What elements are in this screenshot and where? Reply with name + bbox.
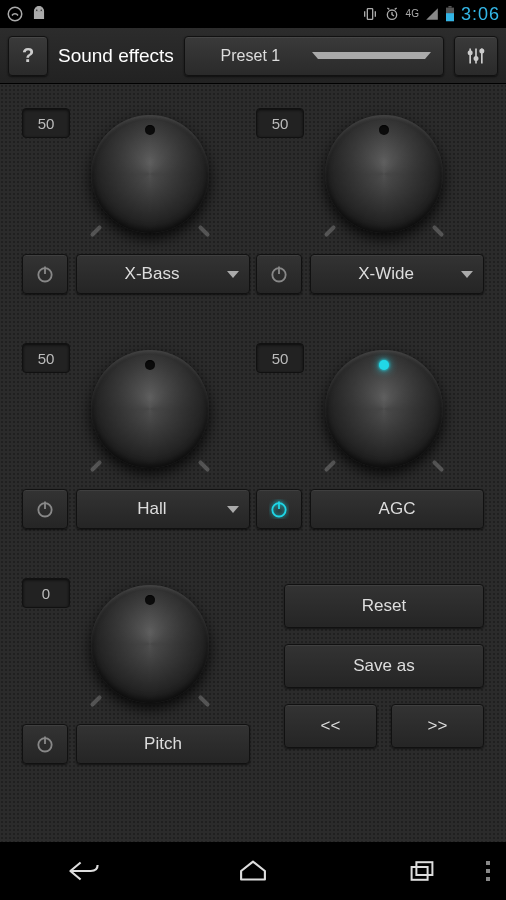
svg-rect-3 — [367, 9, 372, 20]
chevron-down-icon — [227, 506, 239, 513]
svg-point-1 — [36, 10, 38, 12]
xbass-label: X-Bass — [87, 264, 217, 284]
hall-value: 50 — [22, 343, 70, 373]
svg-point-9 — [474, 56, 477, 59]
xbass-knob[interactable] — [80, 104, 220, 244]
svg-rect-21 — [411, 867, 427, 880]
svg-point-8 — [469, 51, 472, 54]
status-bar: 4G 3:06 — [0, 0, 506, 28]
module-hall: 50 Hall — [22, 339, 250, 529]
signal-icon — [425, 7, 439, 21]
preset-dropdown[interactable]: Preset 1 — [184, 36, 444, 76]
battery-icon — [445, 6, 455, 22]
pitch-knob[interactable] — [80, 574, 220, 714]
app-notif-icon — [6, 5, 24, 23]
chevron-down-icon — [227, 271, 239, 278]
agc-value: 50 — [256, 343, 304, 373]
chevron-down-icon — [312, 52, 431, 59]
actions-panel: Reset Save as << >> — [284, 584, 484, 748]
xbass-value: 50 — [22, 108, 70, 138]
hall-select[interactable]: Hall — [76, 489, 250, 529]
page-title: Sound effects — [58, 45, 174, 67]
clock: 3:06 — [461, 4, 500, 25]
pitch-select[interactable]: Pitch — [76, 724, 250, 764]
xbass-power-button[interactable] — [22, 254, 68, 294]
xbass-select[interactable]: X-Bass — [76, 254, 250, 294]
module-agc: 50 AGC — [256, 339, 484, 529]
agc-label: AGC — [379, 499, 416, 519]
equalizer-button[interactable] — [454, 36, 498, 76]
network-label: 4G — [406, 9, 419, 19]
home-button[interactable] — [213, 857, 293, 885]
module-xbass: 50 X-Bass — [22, 104, 250, 294]
svg-rect-6 — [446, 13, 454, 21]
recent-apps-button[interactable] — [382, 857, 462, 885]
prev-button[interactable]: << — [284, 704, 377, 748]
vibrate-icon — [362, 6, 378, 22]
preset-selected-label: Preset 1 — [197, 47, 304, 65]
svg-point-10 — [480, 49, 483, 52]
back-button[interactable] — [44, 857, 124, 885]
effects-panel: 50 X-Bass 50 — [0, 84, 506, 842]
module-pitch: 0 Pitch — [22, 574, 250, 764]
alarm-icon — [384, 6, 400, 22]
android-nav-bar — [0, 842, 506, 900]
agc-power-button[interactable] — [256, 489, 302, 529]
xwide-power-button[interactable] — [256, 254, 302, 294]
xwide-value: 50 — [256, 108, 304, 138]
svg-rect-7 — [448, 6, 451, 8]
hall-power-button[interactable] — [22, 489, 68, 529]
save-as-button[interactable]: Save as — [284, 644, 484, 688]
xwide-label: X-Wide — [321, 264, 451, 284]
pitch-label: Pitch — [144, 734, 182, 754]
hall-label: Hall — [87, 499, 217, 519]
chevron-down-icon — [461, 271, 473, 278]
agc-knob[interactable] — [314, 339, 454, 479]
svg-point-2 — [41, 10, 43, 12]
reset-button[interactable]: Reset — [284, 584, 484, 628]
next-button[interactable]: >> — [391, 704, 484, 748]
pitch-power-button[interactable] — [22, 724, 68, 764]
header-bar: ? Sound effects Preset 1 — [0, 28, 506, 84]
android-icon — [30, 5, 48, 23]
xwide-select[interactable]: X-Wide — [310, 254, 484, 294]
xwide-knob[interactable] — [314, 104, 454, 244]
menu-button[interactable] — [486, 861, 490, 881]
module-xwide: 50 X-Wide — [256, 104, 484, 294]
help-button[interactable]: ? — [8, 36, 48, 76]
agc-select[interactable]: AGC — [310, 489, 484, 529]
svg-rect-22 — [416, 862, 432, 875]
pitch-value: 0 — [22, 578, 70, 608]
hall-knob[interactable] — [80, 339, 220, 479]
